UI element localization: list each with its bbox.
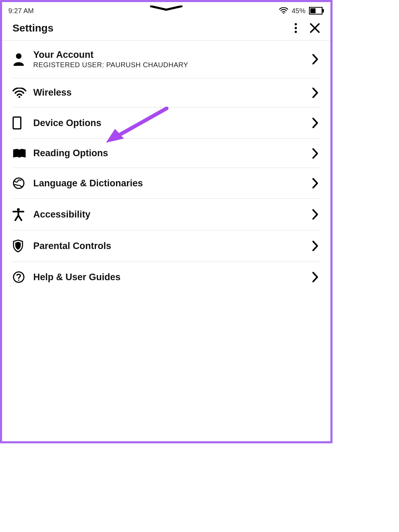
swipe-handle-icon[interactable] [149, 6, 184, 11]
item-label: Device Options [33, 118, 310, 128]
battery-percent: 45% [292, 7, 305, 15]
battery-icon [309, 7, 324, 15]
close-icon[interactable] [310, 23, 320, 33]
item-subtitle: REGISTERED USER: PAURUSH CHAUDHARY [33, 61, 310, 69]
settings-item-your-account[interactable]: Your Account REGISTERED USER: PAURUSH CH… [12, 41, 320, 78]
chevron-right-icon [310, 178, 320, 188]
settings-item-device-options[interactable]: Device Options [12, 107, 320, 139]
svg-rect-9 [13, 117, 21, 129]
settings-item-help[interactable]: Help & User Guides [12, 262, 320, 292]
item-label: Language & Dictionaries [33, 178, 310, 189]
svg-point-4 [295, 23, 297, 25]
svg-point-7 [16, 53, 21, 59]
chevron-right-icon [310, 241, 320, 251]
settings-item-wireless[interactable]: Wireless [12, 78, 320, 107]
status-right: 45% [279, 7, 324, 15]
shield-icon [12, 239, 28, 252]
accessibility-icon [12, 208, 28, 221]
chevron-right-icon [310, 272, 320, 282]
svg-rect-3 [322, 9, 324, 12]
device-icon [12, 116, 28, 130]
wifi-icon [279, 7, 288, 14]
chevron-right-icon [310, 88, 320, 98]
svg-point-8 [18, 96, 20, 98]
item-label: Help & User Guides [33, 272, 310, 283]
settings-item-language-dictionaries[interactable]: Language & Dictionaries [12, 168, 320, 199]
svg-rect-2 [310, 8, 316, 13]
help-icon [12, 271, 28, 283]
item-label: Your Account [33, 50, 310, 60]
svg-point-6 [295, 31, 297, 33]
page-header: Settings [2, 17, 330, 41]
wifi-icon [12, 88, 28, 98]
status-time: 9:27 AM [8, 7, 34, 15]
item-label: Accessibility [33, 209, 310, 220]
chevron-right-icon [310, 209, 320, 220]
globe-icon [12, 177, 28, 189]
book-icon [12, 148, 28, 159]
svg-point-5 [295, 27, 297, 29]
chevron-right-icon [310, 54, 320, 64]
settings-item-reading-options[interactable]: Reading Options [12, 139, 320, 168]
settings-item-parental-controls[interactable]: Parental Controls [12, 230, 320, 262]
item-label: Reading Options [33, 148, 310, 159]
person-icon [12, 53, 28, 66]
page-title: Settings [12, 22, 53, 34]
settings-item-accessibility[interactable]: Accessibility [12, 199, 320, 230]
settings-list: Your Account REGISTERED USER: PAURUSH CH… [2, 41, 330, 292]
item-label: Parental Controls [33, 241, 310, 251]
svg-point-13 [18, 280, 19, 281]
svg-point-11 [17, 208, 20, 211]
item-label: Wireless [33, 87, 310, 98]
chevron-right-icon [310, 148, 320, 159]
svg-point-0 [283, 12, 284, 14]
chevron-right-icon [310, 118, 320, 128]
more-options-icon[interactable] [294, 23, 297, 33]
